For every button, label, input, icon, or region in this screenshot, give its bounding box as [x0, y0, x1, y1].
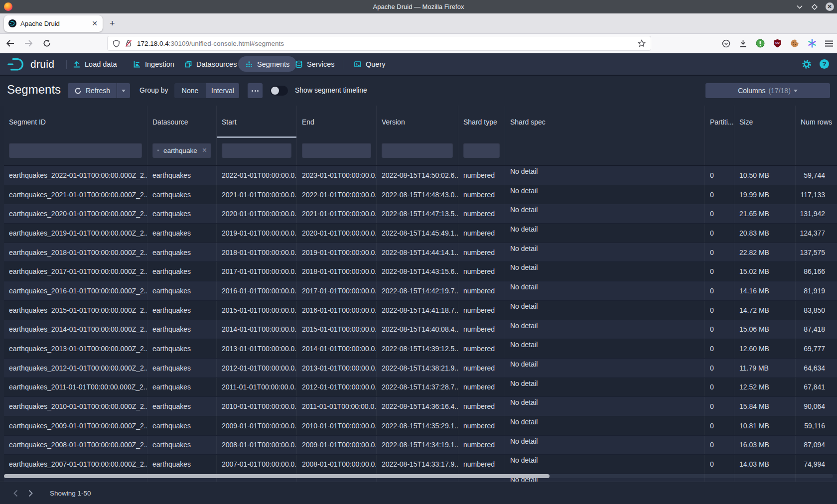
asterisk-extension-button[interactable]: [808, 39, 817, 48]
columns-button[interactable]: Columns (17/18): [705, 83, 830, 98]
column-header-end[interactable]: End: [297, 106, 377, 138]
ublock-button[interactable]: UO: [773, 39, 782, 48]
group-by-none-button[interactable]: None: [174, 83, 206, 98]
menu-button[interactable]: [825, 40, 833, 47]
diamond-icon: [811, 3, 818, 10]
nav-item-query[interactable]: Query: [354, 53, 386, 75]
showing-label: Showing 1-50: [50, 490, 91, 497]
caret-down-icon: [794, 90, 798, 92]
filter-input-shard_type[interactable]: [463, 143, 500, 158]
nav-item-services[interactable]: Services: [295, 53, 335, 75]
forward-arrow-icon: [24, 40, 33, 47]
table-row[interactable]: earthquakes_2008-01-01T00:00:00.000Z_2..…: [4, 436, 837, 455]
table-row[interactable]: earthquakes_2007-01-01T00:00:00.000Z_2..…: [4, 455, 837, 474]
filter-input-version[interactable]: [382, 143, 453, 158]
table-row[interactable]: earthquakes_2020-01-01T00:00:00.000Z_2..…: [4, 204, 837, 224]
column-header-num_rows[interactable]: Num rows: [796, 106, 837, 138]
column-header-shard_spec[interactable]: Shard spec: [505, 106, 705, 138]
cell-start: 2021-01-01T00:00:00.0...: [217, 185, 297, 204]
nav-item-datasources[interactable]: Datasources: [184, 53, 237, 75]
cell-start: 2019-01-01T00:00:00.0...: [217, 224, 297, 243]
column-header-partition[interactable]: Partiti...: [705, 106, 734, 138]
refresh-dropdown-button[interactable]: [117, 83, 130, 98]
column-header-version[interactable]: Version: [377, 106, 458, 138]
column-header-segment_id[interactable]: Segment ID: [4, 106, 147, 138]
bookmark-star-icon[interactable]: [638, 39, 646, 47]
cell-partition: 0: [705, 224, 734, 243]
back-button[interactable]: [6, 40, 14, 47]
reload-button[interactable]: [43, 39, 51, 47]
cell-datasource: earthquakes: [147, 185, 217, 204]
cell-end: 2018-01-01T00:00:00.0...: [297, 262, 377, 281]
refresh-button[interactable]: Refresh: [68, 83, 117, 98]
cell-segment_id: earthquakes_2011-01-01T00:00:00.000Z_2..…: [4, 378, 147, 397]
forward-button[interactable]: [24, 40, 33, 47]
druid-logo[interactable]: druid: [7, 57, 54, 72]
cell-end: 2015-01-01T00:00:00.0...: [297, 320, 377, 339]
tab-close-icon[interactable]: ✕: [92, 20, 98, 27]
table-row[interactable]: earthquakes_2010-01-01T00:00:00.000Z_2..…: [4, 397, 837, 416]
filter-input-end[interactable]: [302, 143, 371, 158]
table-row[interactable]: earthquakes_2009-01-01T00:00:00.000Z_2..…: [4, 416, 837, 436]
filter-input-segment_id[interactable]: [9, 143, 142, 158]
cell-version: 2022-08-15T14:47:13.5...: [377, 204, 458, 223]
pocket-button[interactable]: [722, 39, 730, 48]
column-header-start[interactable]: Start: [217, 106, 297, 138]
cell-size: 10.81 MB: [734, 416, 796, 435]
column-header-shard_type[interactable]: Shard type: [458, 106, 505, 138]
datasources-icon: [184, 60, 192, 68]
extension-green-button[interactable]: [756, 39, 765, 48]
horizontal-scrollbar[interactable]: [4, 474, 833, 478]
cell-partition: 0: [705, 339, 734, 358]
cell-shard_type: numbered: [458, 204, 505, 223]
cell-shard_spec: No detail: [505, 320, 705, 339]
svg-text:UO: UO: [775, 41, 780, 44]
cookie-extension-button[interactable]: [790, 39, 799, 48]
cell-end: 2009-01-01T00:00:00.0...: [297, 436, 377, 455]
help-button[interactable]: ?: [820, 59, 829, 69]
previous-page-button[interactable]: [9, 487, 22, 500]
more-options-button[interactable]: [248, 83, 263, 98]
table-row[interactable]: earthquakes_2017-01-01T00:00:00.000Z_2..…: [4, 262, 837, 281]
cell-shard_type: numbered: [458, 416, 505, 435]
cell-version: 2022-08-15T14:48:43.0...: [377, 185, 458, 204]
table-row[interactable]: earthquakes_2012-01-01T00:00:00.000Z_2..…: [4, 359, 837, 378]
minimize-button[interactable]: [795, 2, 804, 11]
table-row[interactable]: earthquakes_2018-01-01T00:00:00.000Z_2..…: [4, 243, 837, 262]
new-tab-button[interactable]: +: [110, 19, 115, 28]
filter-input-datasource[interactable]: earthquake×: [152, 143, 211, 158]
table-row[interactable]: earthquakes_2013-01-01T00:00:00.000Z_2..…: [4, 339, 837, 359]
cell-end: 2011-01-01T00:00:00.0...: [297, 397, 377, 416]
table-row[interactable]: earthquakes_2016-01-01T00:00:00.000Z_2..…: [4, 281, 837, 301]
chevron-down-icon: [797, 5, 803, 9]
group-by-interval-button[interactable]: Interval: [206, 83, 239, 98]
nav-item-label: Load data: [85, 60, 117, 68]
filter-input-start[interactable]: [222, 143, 291, 158]
nav-item-ingestion[interactable]: Ingestion: [133, 53, 174, 75]
filter-tag-remove-icon[interactable]: ×: [202, 146, 207, 154]
table-row[interactable]: earthquakes_2019-01-01T00:00:00.000Z_2..…: [4, 224, 837, 243]
cell-datasource: earthquakes: [147, 166, 217, 185]
table-row[interactable]: earthquakes_2021-01-01T00:00:00.000Z_2..…: [4, 185, 837, 205]
table-row[interactable]: earthquakes_2015-01-01T00:00:00.000Z_2..…: [4, 301, 837, 320]
nav-item-load-data[interactable]: Load data: [73, 53, 117, 75]
close-button[interactable]: ✕: [825, 2, 834, 11]
segment-timeline-toggle[interactable]: [270, 86, 288, 96]
table-row[interactable]: earthquakes_2014-01-01T00:00:00.000Z_2..…: [4, 320, 837, 340]
url-bar[interactable]: 172.18.0.4:30109/unified-console.html#se…: [107, 36, 651, 51]
column-header-datasource[interactable]: Datasource: [147, 106, 217, 138]
browser-tab[interactable]: Apache Druid ✕: [4, 15, 103, 32]
settings-button[interactable]: [802, 59, 812, 69]
maximize-button[interactable]: [810, 2, 819, 11]
downloads-button[interactable]: [739, 39, 747, 48]
chevron-left-icon: [13, 490, 18, 497]
table-row[interactable]: earthquakes_2011-01-01T00:00:00.000Z_2..…: [4, 378, 837, 397]
nav-item-segments[interactable]: Segments: [238, 56, 296, 72]
next-page-button[interactable]: [24, 487, 37, 500]
cell-shard_spec: No detail: [505, 339, 705, 358]
cell-segment_id: earthquakes_2021-01-01T00:00:00.000Z_2..…: [4, 185, 147, 204]
horizontal-scrollbar-thumb[interactable]: [4, 474, 550, 478]
column-header-size[interactable]: Size: [734, 106, 796, 138]
cell-segment_id: earthquakes_2007-01-01T00:00:00.000Z_2..…: [4, 455, 147, 474]
table-row[interactable]: earthquakes_2022-01-01T00:00:00.000Z_2..…: [4, 166, 837, 185]
